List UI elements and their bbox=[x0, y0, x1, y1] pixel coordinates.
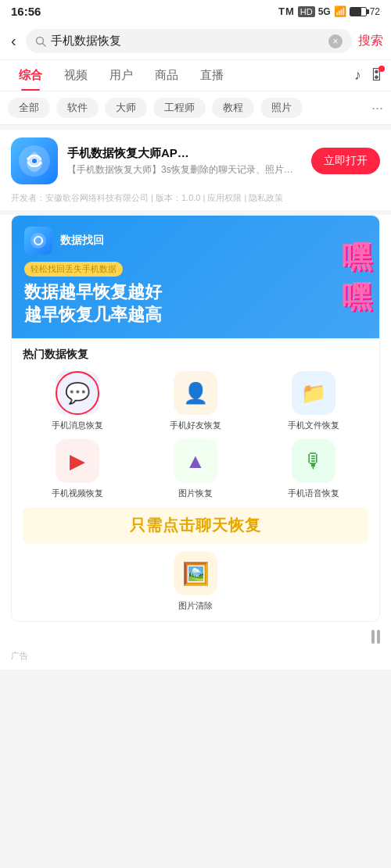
svg-point-7 bbox=[30, 233, 46, 248]
extra-label: 图片清除 bbox=[178, 600, 213, 612]
tab-商品[interactable]: 商品 bbox=[144, 60, 189, 91]
hd-label: HD bbox=[298, 6, 315, 17]
search-input-wrap[interactable]: 手机数据恢复 × bbox=[26, 29, 352, 53]
voice-label: 手机语音恢复 bbox=[288, 488, 339, 499]
pause-bar-2 bbox=[377, 630, 380, 644]
tab-用户[interactable]: 用户 bbox=[99, 60, 144, 91]
hot-section: 热门数据恢复 💬 手机消息恢复 👤 手机好友恢复 bbox=[12, 338, 379, 621]
filter-icon[interactable]: 🎛 bbox=[369, 67, 383, 84]
recovery-item-file[interactable]: 📁 手机文件恢复 bbox=[258, 371, 368, 431]
cat-大师[interactable]: 大师 bbox=[105, 98, 147, 118]
voice-icon: 🎙 bbox=[303, 449, 324, 473]
open-app-button[interactable]: 立即打开 bbox=[311, 148, 380, 174]
recovery-item-voice[interactable]: 🎙 手机语音恢复 bbox=[258, 439, 368, 499]
hot-title: 热门数据恢复 bbox=[23, 348, 368, 362]
tab-right-icons: ♪ 🎛 bbox=[354, 67, 383, 84]
back-button[interactable]: ‹ bbox=[8, 30, 20, 52]
cat-全部[interactable]: 全部 bbox=[8, 98, 50, 118]
battery-fill bbox=[350, 8, 361, 16]
banner-sub: 轻松找回丢失手机数据 bbox=[24, 262, 123, 277]
blue-banner: 数据找回 轻松找回丢失手机数据 数据越早恢复越好 越早恢复几率越高 嘿 嘿 bbox=[12, 216, 379, 338]
img-icon-wrap: ▲ bbox=[174, 439, 217, 483]
cat-软件[interactable]: 软件 bbox=[56, 98, 99, 118]
battery-icon bbox=[350, 7, 367, 16]
filter-dot bbox=[378, 66, 385, 72]
deco-text-2: 嘿 bbox=[342, 277, 371, 317]
banner-headline-2: 越早恢复几率越高 bbox=[24, 304, 367, 327]
img-label: 图片恢复 bbox=[178, 488, 213, 499]
bottom-text-banner[interactable]: 只需点击聊天恢复 bbox=[23, 507, 368, 544]
video-controls bbox=[0, 630, 391, 645]
tab-bar: 综合 视频 用户 商品 直播 ♪ 🎛 bbox=[0, 60, 391, 91]
status-right: TM HD 5G 📶 72 bbox=[278, 5, 380, 17]
friend-label: 手机好友恢复 bbox=[170, 420, 221, 431]
category-more[interactable]: ··· bbox=[371, 100, 383, 116]
friend-icon-wrap: 👤 bbox=[174, 371, 217, 415]
content-card: 数据找回 轻松找回丢失手机数据 数据越早恢复越好 越早恢复几率越高 嘿 嘿 热门… bbox=[0, 215, 391, 670]
clear-button[interactable]: × bbox=[328, 34, 343, 48]
content-card-inner: 数据找回 轻松找回丢失手机数据 数据越早恢复越好 越早恢复几率越高 嘿 嘿 热门… bbox=[11, 215, 380, 622]
tab-视频[interactable]: 视频 bbox=[53, 60, 99, 91]
status-time: 16:56 bbox=[11, 5, 41, 18]
pause-icon[interactable] bbox=[371, 630, 380, 644]
search-icon bbox=[35, 36, 46, 47]
ad-label: 广告 bbox=[0, 645, 391, 670]
file-label: 手机文件恢复 bbox=[288, 420, 339, 431]
msg-icon-wrap: 💬 bbox=[56, 371, 99, 415]
app-info: 手机数据恢复大师AP… 【手机数据恢复大师】3s恢复删除的聊天记录、照片… bbox=[67, 146, 302, 177]
banner-title-text: 数据找回 bbox=[60, 234, 104, 248]
banner-mini-icon bbox=[24, 227, 52, 255]
deco-text: 嘿 bbox=[342, 238, 371, 277]
svg-point-4 bbox=[32, 159, 37, 163]
recovery-item-img[interactable]: ▲ 图片恢复 bbox=[141, 439, 251, 499]
banner-title-row: 数据找回 bbox=[24, 227, 367, 255]
signal-icon: 📶 bbox=[334, 5, 346, 17]
app-meta: 开发者：安徽歌谷网络科技有限公司 | 版本：1.0.0 | 应用权限 | 隐私政… bbox=[0, 192, 391, 210]
cat-工程师[interactable]: 工程师 bbox=[153, 98, 206, 118]
app-desc: 【手机数据恢复大师】3s恢复删除的聊天记录、照片… bbox=[67, 163, 302, 177]
recovery-item-video[interactable]: ▶ 手机视频恢复 bbox=[23, 439, 133, 499]
app-icon bbox=[11, 138, 58, 184]
app-card: 手机数据恢复大师AP… 【手机数据恢复大师】3s恢复删除的聊天记录、照片… 立即… bbox=[0, 130, 391, 192]
carrier-label: TM bbox=[278, 5, 295, 17]
tab-综合[interactable]: 综合 bbox=[8, 60, 53, 91]
video-icon-wrap: ▶ bbox=[56, 439, 99, 483]
file-icon-wrap: 📁 bbox=[292, 371, 335, 415]
cat-教程[interactable]: 教程 bbox=[212, 98, 254, 118]
svg-line-1 bbox=[42, 43, 45, 46]
video-icon: ▶ bbox=[70, 449, 85, 473]
music-icon[interactable]: ♪ bbox=[354, 67, 361, 84]
cat-照片[interactable]: 照片 bbox=[260, 98, 303, 118]
extra-icon: 🖼️ bbox=[182, 561, 210, 587]
app-name: 手机数据恢复大师AP… bbox=[67, 146, 302, 161]
pause-bar-1 bbox=[371, 630, 375, 644]
recovery-grid: 💬 手机消息恢复 👤 手机好友恢复 📁 手机文件恢复 bbox=[23, 371, 368, 499]
recovery-item-msg[interactable]: 💬 手机消息恢复 bbox=[23, 371, 133, 431]
voice-icon-wrap: 🎙 bbox=[292, 439, 335, 483]
msg-label: 手机消息恢复 bbox=[52, 420, 103, 431]
search-button[interactable]: 搜索 bbox=[358, 33, 383, 49]
friend-icon: 👤 bbox=[183, 381, 208, 405]
network-label: 5G bbox=[318, 6, 331, 17]
msg-circle-highlight bbox=[56, 371, 99, 415]
battery-percent: 72 bbox=[370, 6, 380, 17]
img-icon: ▲ bbox=[185, 449, 206, 473]
app-card-section: 手机数据恢复大师AP… 【手机数据恢复大师】3s恢复删除的聊天记录、照片… 立即… bbox=[0, 130, 391, 210]
search-query: 手机数据恢复 bbox=[51, 34, 324, 48]
banner-deco: 嘿 嘿 bbox=[342, 238, 371, 317]
file-icon: 📁 bbox=[301, 381, 326, 405]
recovery-item-friend[interactable]: 👤 手机好友恢复 bbox=[141, 371, 251, 431]
video-label: 手机视频恢复 bbox=[52, 488, 103, 499]
extra-item[interactable]: 🖼️ 图片清除 bbox=[23, 552, 368, 612]
tab-直播[interactable]: 直播 bbox=[189, 60, 235, 91]
extra-icon-wrap: 🖼️ bbox=[174, 552, 217, 595]
status-bar: 16:56 TM HD 5G 📶 72 bbox=[0, 0, 391, 23]
banner-headline-1: 数据越早恢复越好 bbox=[24, 281, 367, 304]
category-bar: 全部 软件 大师 工程师 教程 照片 ··· bbox=[0, 91, 391, 125]
search-bar: ‹ 手机数据恢复 × 搜索 bbox=[0, 23, 391, 60]
